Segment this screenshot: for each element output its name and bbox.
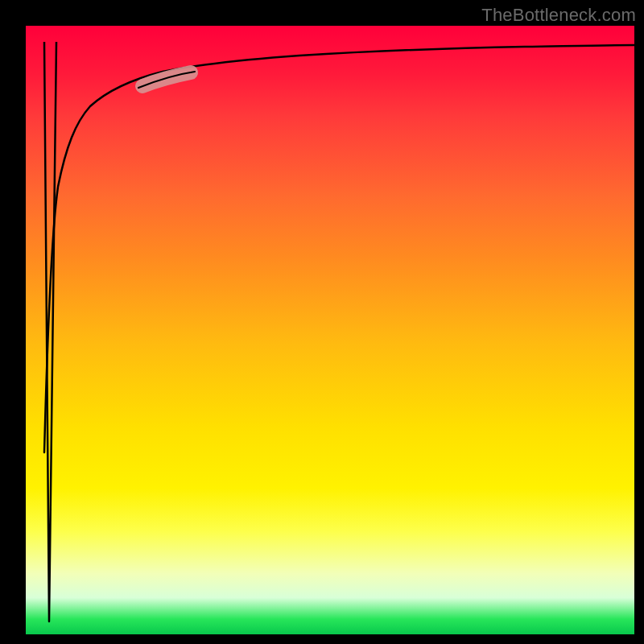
chart-frame: TheBottleneck.com bbox=[0, 0, 644, 644]
plot-area bbox=[26, 26, 634, 634]
attribution-text: TheBottleneck.com bbox=[481, 5, 636, 26]
